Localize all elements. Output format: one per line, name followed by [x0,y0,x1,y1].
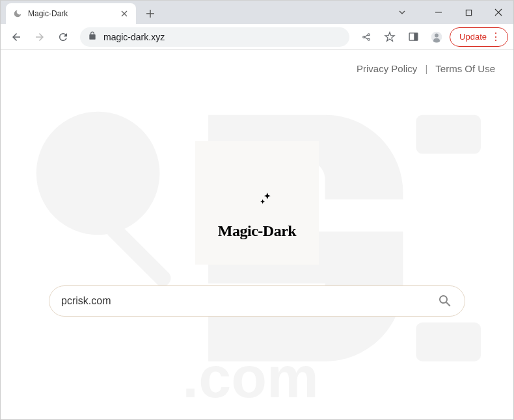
browser-title-bar: Magic-Dark [1,1,513,24]
link-separator: | [426,63,428,74]
header-links: Privacy Policy | Terms Of Use [357,63,495,74]
menu-dots-icon: ⋮ [491,32,501,42]
profile-icon[interactable] [426,27,447,47]
tab-favicon-icon [12,8,23,19]
moon-icon [234,166,280,216]
privacy-policy-link[interactable]: Privacy Policy [357,63,417,74]
minimize-button[interactable] [424,1,453,24]
new-tab-button[interactable] [141,5,159,23]
svg-rect-2 [414,33,417,40]
close-button[interactable] [483,1,513,24]
svg-rect-8 [416,322,481,361]
svg-text:.com: .com [182,345,319,410]
maximize-button[interactable] [453,1,483,24]
logo-area: Magic-Dark [195,141,319,265]
reload-button[interactable] [53,27,74,47]
update-label: Update [459,32,487,42]
chevron-down-icon[interactable] [387,1,417,24]
share-icon[interactable] [356,27,377,47]
side-panel-icon[interactable] [403,27,424,47]
update-button[interactable]: Update ⋮ [450,27,508,47]
address-bar[interactable]: magic-dark.xyz [80,27,349,47]
search-box [49,285,465,317]
svg-point-5 [36,112,160,235]
svg-point-4 [435,33,439,37]
search-icon [437,293,453,309]
search-input[interactable] [61,295,437,307]
page-content: .com Privacy Policy | Terms Of Use Magic… [1,50,513,419]
back-button[interactable] [6,27,27,47]
brand-name: Magic-Dark [218,222,296,240]
tab-title: Magic-Dark [28,9,119,18]
tab-close-icon[interactable] [119,8,129,19]
browser-toolbar: magic-dark.xyz Update ⋮ [1,24,513,50]
browser-tab[interactable]: Magic-Dark [6,3,136,24]
search-button[interactable] [437,293,453,309]
terms-link[interactable]: Terms Of Use [435,63,495,74]
svg-rect-7 [416,115,481,154]
svg-rect-0 [466,10,471,15]
forward-button[interactable] [29,27,50,47]
svg-rect-6 [103,218,174,289]
bookmark-icon[interactable] [379,27,400,47]
url-text: magic-dark.xyz [103,32,165,42]
lock-icon [88,31,97,42]
